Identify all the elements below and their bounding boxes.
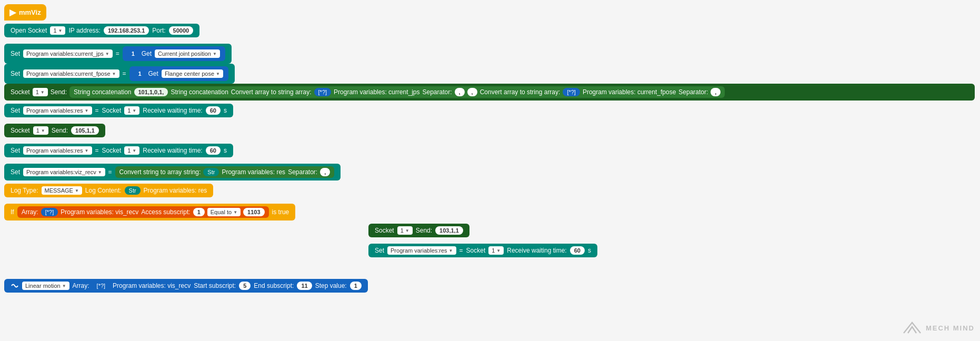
ss1-var1: Program variables: current_jps [334, 88, 419, 96]
ss1-sep1-label: Separator: [422, 88, 452, 96]
log-block: Log Type: MESSAGE Log Content: Str Progr… [4, 184, 213, 197]
ip-label: IP address: [68, 27, 100, 34]
set-current-fpose-block: Set Program variables:current_fpose = 1 … [4, 64, 235, 84]
if-var: Program variables: vis_recv [61, 208, 138, 216]
lm-label[interactable]: Linear motion [22, 282, 69, 290]
lm-arr-label: Array: [73, 282, 89, 289]
if-equal[interactable]: Equal to [207, 208, 241, 216]
lm-step-val: 1 [350, 282, 362, 290]
set3-equals: = [95, 107, 99, 114]
set5-var[interactable]: Program variables:viz_recv [23, 168, 105, 176]
if-access: Access subscript: [141, 208, 190, 216]
ss3-socket: Socket [375, 227, 394, 234]
lm-start-label: Start subscript: [194, 282, 236, 289]
set3-num[interactable]: 1 [124, 106, 139, 115]
lm-arr: [*?] [93, 282, 110, 290]
logo-text: mmViz [19, 8, 41, 16]
set6-var[interactable]: Program variables:res [387, 246, 456, 255]
ss1-socket: Socket [11, 88, 30, 96]
if-label: If [11, 208, 14, 216]
ss1-arr2: [*?] [563, 88, 580, 96]
set-res-3-block: Set Program variables:res = Socket 1 Rec… [368, 244, 597, 257]
lm-step-label: Step value: [315, 282, 347, 289]
log-type-val[interactable]: MESSAGE [42, 186, 82, 195]
set5-label: Set [11, 168, 20, 176]
ss1-strconcat2: String concatenation [171, 88, 228, 96]
set6-receive: Receive waiting time: [507, 247, 566, 254]
set2-label: Set [11, 70, 20, 77]
set4-equals: = [95, 147, 99, 154]
ss1-send: Send: [51, 88, 67, 96]
ss1-var2: Program variables: current_fpose [583, 88, 676, 96]
set2-equals: = [123, 70, 126, 77]
ss2-send: Send: [52, 127, 68, 134]
port-label: Port: [152, 27, 165, 34]
ip-value[interactable]: 192.168.253.1 [104, 26, 149, 35]
set5-var2: Program variables: res [222, 168, 285, 176]
set5-convert: Convert string to array string: [119, 168, 201, 176]
log-type-label: Log Type: [11, 187, 38, 194]
set5-equals: = [108, 168, 112, 176]
set5-sep-val: , [320, 168, 330, 176]
set4-receive: Receive waiting time: [143, 147, 202, 154]
watermark: MECH MIND [902, 320, 975, 336]
if-is-true: is true [272, 208, 289, 216]
set-res-1-block: Set Program variables:res = Socket 1 Rec… [4, 104, 233, 117]
socket-send1-block: Socket 1 Send: String concatenation 101,… [4, 84, 975, 101]
set1-var[interactable]: Program variables:current_jps [23, 49, 113, 58]
if-block: If Array: [*?] Program variables: vis_re… [4, 204, 295, 220]
ss1-convert1: Convert array to string array: [231, 88, 312, 96]
set4-label: Set [11, 147, 20, 154]
set2-value[interactable]: Flange center pose [162, 69, 223, 78]
set6-time: 60 [570, 246, 585, 255]
log-var: Program variables: res [144, 187, 207, 194]
ss1-num[interactable]: 1 [33, 88, 48, 96]
set3-label: Set [11, 107, 20, 114]
set6-s: s [588, 247, 591, 254]
set1-label: Set [11, 50, 20, 57]
open-socket-num[interactable]: 1 [50, 26, 65, 35]
set-res-2-block: Set Program variables:res = Socket 1 Rec… [4, 144, 233, 157]
set-viz-recv-block: Set Program variables:viz_recv = Convert… [4, 164, 341, 180]
set3-socket: Socket [102, 107, 122, 114]
set4-s: s [224, 147, 227, 154]
set2-var[interactable]: Program variables:current_fpose [23, 69, 119, 78]
set1-num: 1 [128, 48, 138, 59]
ss2-num[interactable]: 1 [33, 126, 48, 135]
logo-arrow-icon: ▶ [9, 7, 16, 17]
set5-sep-label: Separator: [288, 168, 317, 176]
socket-send2-block: Socket 1 Send: 105,1,1 [4, 124, 105, 137]
set6-num[interactable]: 1 [488, 246, 504, 255]
lm-end-val: 11 [297, 282, 312, 290]
set-current-jps-block: Set Program variables:current_jps = 1 Ge… [4, 44, 232, 64]
set1-value[interactable]: Current joint position [155, 49, 220, 58]
ss3-num[interactable]: 1 [397, 226, 413, 235]
lm-start-val: 5 [239, 282, 251, 290]
ss2-socket: Socket [11, 127, 30, 134]
port-value[interactable]: 50000 [169, 26, 194, 35]
set3-var[interactable]: Program variables:res [23, 106, 92, 115]
set4-socket: Socket [102, 147, 122, 154]
ss2-value: 105,1,1 [71, 126, 99, 135]
ss1-sep1-val: , [455, 88, 465, 96]
linear-motion-icon [11, 282, 19, 290]
ss1-arr1: [*?] [314, 88, 332, 96]
ss1-sep2-val: , [711, 88, 721, 96]
log-content-label: Log Content: [85, 187, 122, 194]
logo-block: ▶ mmViz [4, 4, 46, 21]
set4-num[interactable]: 1 [124, 146, 139, 155]
if-subscript: 1 [193, 208, 205, 216]
open-socket-label: Open Socket [11, 27, 47, 34]
set3-s: s [224, 107, 227, 114]
if-arr: [*?] [41, 208, 58, 216]
set3-time: 60 [206, 106, 221, 115]
set4-var[interactable]: Program variables:res [23, 146, 92, 155]
set6-socket: Socket [466, 247, 486, 254]
open-socket-block: Open Socket 1 IP address: 192.168.253.1 … [4, 24, 199, 37]
ss3-send: Send: [416, 227, 432, 234]
if-value: 1103 [243, 208, 264, 216]
if-arr-label: Array: [22, 208, 38, 216]
set5-str: Str [203, 168, 219, 176]
watermark-text: MECH MIND [926, 324, 975, 332]
lm-end-label: End subscript: [254, 282, 294, 289]
